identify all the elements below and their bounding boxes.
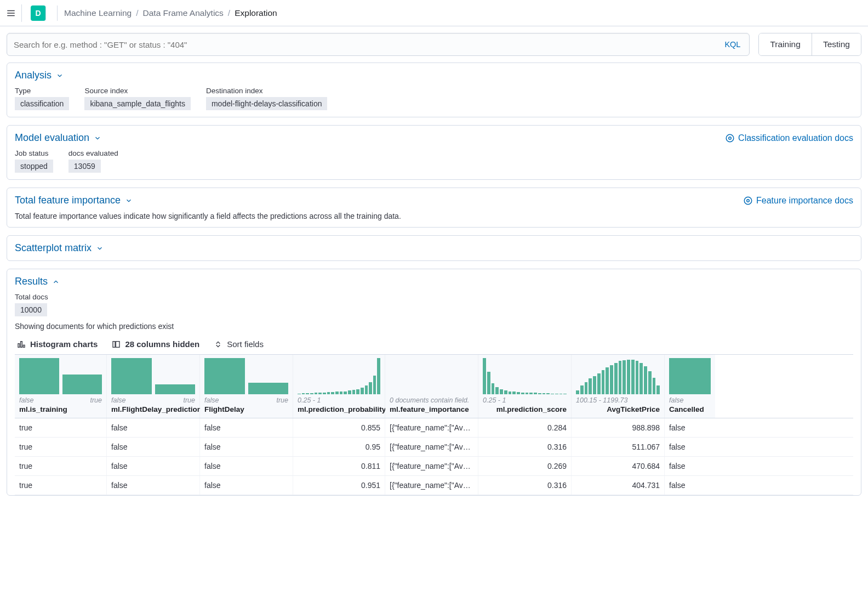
columns-icon [112, 340, 121, 349]
app-header: D Machine Learning / Data Frame Analytic… [0, 0, 868, 26]
table-row[interactable]: truefalsefalse0.811[{"feature_name":["Av… [15, 457, 853, 476]
svg-point-6 [747, 199, 750, 202]
hamburger-icon [6, 8, 16, 18]
column-header[interactable]: falsetrueml.FlightDelay_prediction [107, 355, 200, 418]
type-value: classification [15, 97, 69, 110]
histogram-chart [298, 358, 380, 394]
cell: false [665, 418, 715, 437]
training-button[interactable]: Training [759, 33, 811, 55]
cell: 470.684 [572, 457, 665, 475]
testing-button[interactable]: Testing [812, 33, 861, 55]
histogram-charts-button[interactable]: Histogram charts [17, 339, 98, 349]
app-logo[interactable]: D [31, 5, 46, 21]
feature-importance-docs-link[interactable]: Feature importance docs [743, 196, 853, 206]
cell: 0.284 [478, 418, 572, 437]
docs-link-text: Classification evaluation docs [738, 133, 853, 143]
stat-dest: Destination index model-flight-delays-cl… [206, 87, 328, 110]
results-toggle[interactable]: Results [15, 276, 60, 287]
sort-icon [214, 340, 222, 349]
data-rows: truefalsefalse0.855[{"feature_name":["Av… [15, 418, 853, 495]
docseval-value: 13059 [68, 160, 101, 173]
column-name: Cancelled [669, 405, 711, 413]
column-header[interactable]: falsetrueFlightDelay [200, 355, 293, 418]
jobstatus-value: stopped [15, 160, 53, 173]
svg-point-4 [729, 137, 732, 139]
breadcrumb-current: Exploration [235, 8, 277, 18]
classification-docs-link[interactable]: Classification evaluation docs [725, 133, 853, 143]
column-name: ml.prediction_probability [298, 405, 380, 413]
breadcrumb-ml[interactable]: Machine Learning [64, 8, 132, 18]
search-bar[interactable]: KQL [7, 33, 750, 56]
cell: 0.811 [293, 457, 385, 475]
cell: [{"feature_name":["AvgTic... [385, 438, 478, 456]
totaldocs-label: Total docs [15, 293, 48, 301]
logo-letter: D [35, 9, 41, 18]
cell: 511.067 [572, 438, 665, 456]
breadcrumb-sep: / [136, 8, 138, 18]
cell: false [200, 438, 293, 456]
table-row[interactable]: truefalsefalse0.95[{"feature_name":["Avg… [15, 438, 853, 457]
column-header[interactable]: 0.25 - 1ml.prediction_score [478, 355, 572, 418]
svg-rect-9 [23, 345, 25, 347]
help-icon [743, 196, 753, 206]
scatterplot-toggle[interactable]: Scatterplot matrix [15, 242, 104, 254]
table-row[interactable]: truefalsefalse0.855[{"feature_name":["Av… [15, 418, 853, 438]
cell: [{"feature_name":["AvgTic... [385, 476, 478, 495]
scatterplot-title: Scatterplot matrix [15, 242, 92, 254]
column-header[interactable]: 100.15 - 1199.73AvgTicketPrice [572, 355, 665, 418]
column-range: 100.15 - 1199.73 [576, 396, 660, 404]
dest-value: model-flight-delays-classification [206, 97, 328, 110]
column-headers: falsetrueml.is_trainingfalsetrueml.Fligh… [15, 355, 853, 418]
sort-fields-button[interactable]: Sort fields [214, 339, 264, 349]
cell: false [665, 476, 715, 495]
stat-jobstatus: Job status stopped [15, 149, 53, 173]
analysis-toggle[interactable]: Analysis [15, 70, 64, 81]
breadcrumbs: Machine Learning / Data Frame Analytics … [64, 8, 277, 18]
jobstatus-label: Job status [15, 149, 53, 157]
breadcrumb-dfa[interactable]: Data Frame Analytics [143, 8, 224, 18]
column-name: ml.is_training [19, 405, 102, 413]
kql-toggle[interactable]: KQL [722, 40, 743, 49]
histogram-chart [390, 358, 473, 394]
svg-point-3 [726, 134, 734, 142]
chevron-up-icon [52, 278, 60, 286]
menu-button[interactable] [4, 4, 22, 22]
analysis-panel: Analysis Type classification Source inde… [7, 63, 861, 117]
columns-hidden-button[interactable]: 28 columns hidden [112, 339, 199, 349]
column-range: falsetrue [19, 396, 102, 404]
cell: 404.731 [572, 476, 665, 495]
column-name: ml.FlightDelay_prediction [111, 405, 195, 413]
column-name: ml.feature_importance [390, 405, 473, 413]
histogram-chart [669, 358, 711, 394]
column-header[interactable]: falsetrueml.is_training [15, 355, 107, 418]
totaldocs-value: 10000 [15, 303, 47, 316]
cell: false [665, 438, 715, 456]
column-header[interactable]: falseCancelled [665, 355, 715, 418]
cell: [{"feature_name":["AvgTic... [385, 418, 478, 437]
results-title: Results [15, 276, 48, 287]
model-eval-title: Model evaluation [15, 132, 89, 144]
source-label: Source index [84, 87, 191, 95]
sort-label: Sort fields [227, 339, 264, 349]
source-value: kibana_sample_data_flights [84, 97, 191, 110]
histogram-chart [111, 358, 195, 394]
columns-hidden-label: 28 columns hidden [125, 339, 199, 349]
column-range: 0.25 - 1 [298, 396, 380, 404]
column-header[interactable]: 0.25 - 1ml.prediction_probability [293, 355, 385, 418]
model-eval-toggle[interactable]: Model evaluation [15, 132, 101, 144]
train-test-toggle: Training Testing [758, 33, 861, 56]
feature-importance-toggle[interactable]: Total feature importance [15, 195, 133, 206]
column-name: AvgTicketPrice [576, 405, 660, 413]
table-row[interactable]: truefalsefalse0.951[{"feature_name":["Av… [15, 476, 853, 495]
logo-wrap: D [26, 5, 58, 21]
cell: true [15, 438, 107, 456]
cell: 0.269 [478, 457, 572, 475]
column-header[interactable]: 0 documents contain field.ml.feature_imp… [385, 355, 478, 418]
cell: 0.95 [293, 438, 385, 456]
search-input[interactable] [14, 40, 722, 49]
cell: 0.316 [478, 476, 572, 495]
column-range: falsetrue [111, 396, 195, 404]
scatterplot-panel: Scatterplot matrix [7, 235, 861, 261]
column-name: FlightDelay [204, 405, 288, 413]
chevron-down-icon [94, 134, 101, 142]
